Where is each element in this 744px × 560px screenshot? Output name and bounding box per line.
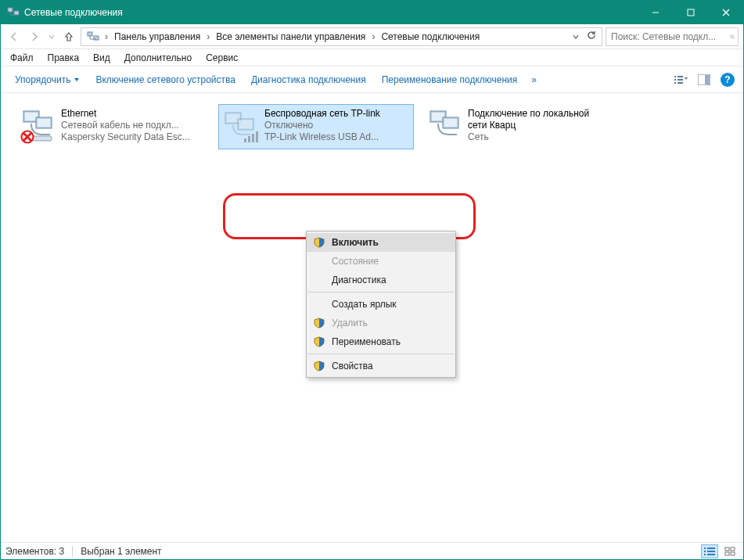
connection-status: Отключено (264, 120, 380, 131)
menu-service[interactable]: Сервис (199, 51, 244, 65)
connection-name: Ethernet (61, 108, 190, 120)
connection-detail: TP-Link Wireless USB Ad... (264, 131, 380, 143)
svg-rect-3 (688, 9, 694, 16)
svg-rect-30 (244, 138, 246, 142)
breadcrumb-item[interactable]: Сетевые подключения (378, 30, 483, 44)
wireless-icon (222, 108, 260, 145)
svg-rect-21 (38, 119, 50, 127)
ctx-label: Свойства (332, 361, 373, 372)
content-area: Ethernet Сетевой кабель не подкл... Kasp… (1, 93, 743, 542)
search-box[interactable] (606, 27, 739, 46)
svg-rect-12 (674, 82, 676, 84)
shield-icon (313, 360, 325, 372)
svg-rect-17 (705, 75, 710, 84)
ctx-item-properties[interactable]: Свойства (307, 357, 455, 375)
svg-rect-46 (725, 552, 729, 555)
forward-button[interactable] (26, 28, 43, 45)
toolbar-overflow-button[interactable]: » (525, 71, 543, 88)
ctx-label: Создать ярлык (332, 299, 397, 310)
breadcrumb-item[interactable]: Панель управления (111, 30, 203, 44)
titlebar: Сетевые подключения (1, 1, 743, 24)
svg-rect-44 (725, 547, 729, 551)
ctx-label: Состояние (332, 256, 379, 267)
connection-name: Подключение по локальной сети Кварц (468, 108, 601, 131)
chevron-right-icon: › (370, 31, 376, 42)
ctx-label: Диагностика (332, 275, 386, 285)
svg-line-9 (733, 37, 735, 38)
preview-pane-button[interactable] (695, 70, 713, 89)
connection-item-lan-kvarc[interactable]: Подключение по локальной сети Кварц Сеть (422, 104, 617, 149)
svg-rect-29 (239, 120, 252, 128)
enable-device-button[interactable]: Включение сетевого устройства (88, 71, 243, 88)
rename-connection-button[interactable]: Переименование подключения (374, 71, 526, 88)
shield-icon (313, 236, 325, 249)
window: Сетевые подключения (0, 0, 744, 560)
svg-rect-14 (678, 79, 683, 81)
close-button[interactable] (708, 1, 743, 24)
large-icons-view-button[interactable] (721, 544, 739, 558)
svg-rect-47 (731, 552, 735, 555)
ctx-item-create-shortcut[interactable]: Создать ярлык (307, 295, 455, 314)
window-title: Сетевые подключения (24, 7, 638, 18)
statusbar: Элементов: 3 Выбран 1 элемент (1, 542, 743, 559)
ctx-item-enable[interactable]: Включить (307, 233, 455, 252)
context-menu: Включить Состояние Диагностика Создать я… (306, 231, 456, 378)
network-connections-icon (86, 30, 100, 44)
organize-label: Упорядочить (15, 74, 70, 85)
svg-rect-42 (704, 554, 706, 555)
svg-rect-0 (8, 8, 13, 12)
svg-rect-13 (678, 76, 683, 77)
svg-point-8 (731, 34, 733, 37)
svg-rect-41 (707, 551, 715, 552)
address-row: › Панель управления › Все элементы панел… (1, 24, 743, 49)
menu-file[interactable]: Файл (4, 51, 40, 65)
minimize-button[interactable] (638, 1, 673, 24)
help-icon: ? (721, 73, 735, 87)
svg-rect-31 (248, 136, 250, 142)
menubar: Файл Правка Вид Дополнительно Сервис (1, 49, 743, 66)
connection-list: Ethernet Сетевой кабель не подкл... Kasp… (1, 93, 743, 160)
up-button[interactable] (60, 28, 77, 45)
breadcrumb-item[interactable]: Все элементы панели управления (213, 30, 368, 44)
search-input[interactable] (609, 31, 730, 43)
search-icon (730, 31, 735, 42)
svg-rect-38 (704, 547, 706, 549)
lan-icon (426, 108, 463, 145)
refresh-button[interactable] (584, 30, 598, 43)
connection-item-ethernet[interactable]: Ethernet Сетевой кабель не подкл... Kasp… (15, 104, 210, 149)
svg-rect-39 (707, 547, 715, 549)
ctx-separator (307, 354, 455, 354)
svg-rect-10 (674, 76, 676, 77)
view-options-button[interactable] (671, 70, 690, 89)
svg-rect-6 (88, 32, 92, 36)
menu-extra[interactable]: Дополнительно (118, 51, 198, 65)
ctx-item-rename[interactable]: Переименовать (307, 332, 455, 351)
svg-rect-11 (674, 79, 676, 81)
menu-edit[interactable]: Правка (41, 51, 86, 65)
menu-view[interactable]: Вид (87, 51, 117, 65)
address-dropdown-button[interactable] (569, 31, 583, 42)
toolbar: Упорядочить Включение сетевого устройств… (1, 66, 743, 93)
help-button[interactable]: ? (718, 70, 737, 89)
status-separator (72, 546, 73, 557)
connection-detail: Kaspersky Security Data Esc... (61, 131, 190, 143)
organize-button[interactable]: Упорядочить (7, 71, 88, 88)
chevron-right-icon: › (103, 31, 110, 42)
status-selection: Выбран 1 элемент (81, 546, 161, 557)
diagnose-connection-button[interactable]: Диагностика подключения (243, 71, 374, 88)
svg-rect-15 (678, 82, 683, 84)
connection-item-wireless-tplink[interactable]: Беспроводная сеть TP-link Отключено TP-L… (218, 104, 414, 149)
dropdown-arrow-icon (74, 77, 80, 83)
ethernet-icon (19, 108, 56, 145)
ctx-separator (307, 292, 455, 293)
breadcrumb[interactable]: › Панель управления › Все элементы панел… (81, 27, 602, 46)
ctx-label: Переименовать (332, 336, 401, 347)
maximize-button[interactable] (673, 1, 708, 24)
recent-locations-button[interactable] (46, 28, 57, 45)
ctx-item-diagnose[interactable]: Диагностика (307, 271, 455, 289)
connection-status: Сетевой кабель не подкл... (61, 120, 190, 131)
back-button[interactable] (5, 28, 23, 45)
svg-rect-33 (256, 131, 258, 142)
svg-rect-32 (252, 134, 254, 142)
details-view-button[interactable] (701, 544, 718, 558)
